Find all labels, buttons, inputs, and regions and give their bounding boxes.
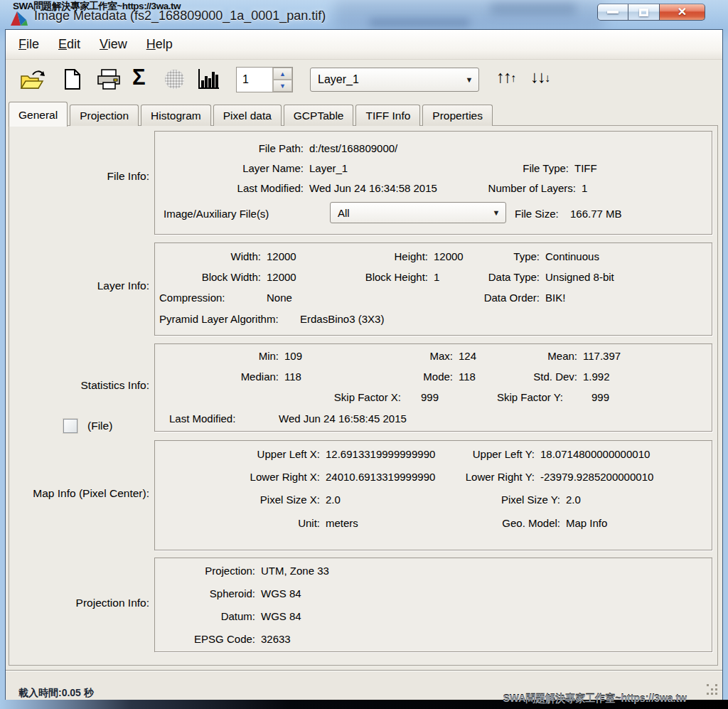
- type-label: Type:: [411, 250, 540, 262]
- unit-value: meters: [326, 517, 358, 529]
- menu-help[interactable]: Help: [146, 37, 173, 52]
- close-icon: ✕: [678, 6, 687, 18]
- min-value: 109: [284, 350, 302, 362]
- pyramid-algorithm-value: ErdasBino3 (3X3): [300, 313, 384, 325]
- tabstrip: General Projection Histogram Pixel data …: [9, 100, 495, 126]
- lower-right-y-label: Lower Right Y:: [425, 471, 535, 483]
- std-dev-value: 1.992: [583, 371, 610, 383]
- minimize-icon: [607, 11, 619, 14]
- spin-down-button[interactable]: ▼: [273, 80, 292, 92]
- tab-tiff-info[interactable]: TIFF Info: [355, 105, 420, 126]
- titlebar[interactable]: Image Metadata (fs2_168809000_1a_0001_pa…: [0, 0, 728, 30]
- new-document-button[interactable]: [64, 68, 81, 90]
- mean-value: 117.397: [583, 350, 621, 362]
- file-statistics-checkbox-label: (File): [87, 420, 112, 432]
- aux-files-combobox[interactable]: All ▼: [330, 202, 506, 223]
- file-path-label: File Path:: [155, 142, 304, 154]
- pixel-size-x-label: Pixel Size X:: [155, 494, 320, 506]
- window-title: Image Metadata (fs2_168809000_1a_0001_pa…: [34, 9, 326, 23]
- geo-model-label: Geo. Model:: [439, 517, 560, 529]
- menu-edit[interactable]: Edit: [58, 37, 80, 52]
- width-value: 12000: [267, 250, 296, 262]
- print-button[interactable]: [97, 69, 122, 90]
- median-label: Median:: [155, 371, 279, 383]
- layer-name-value: Layer_1: [309, 162, 348, 174]
- max-label: Max:: [333, 350, 453, 362]
- tab-projection[interactable]: Projection: [70, 105, 139, 126]
- section-label-statistics-info: Statistics Info:: [9, 379, 149, 392]
- spheroid-label: Spheroid:: [155, 587, 255, 599]
- open-file-icon: [20, 69, 46, 90]
- skip-factor-x-label: Skip Factor X:: [283, 391, 401, 403]
- histogram-button[interactable]: [196, 68, 220, 90]
- geo-model-value: Map Info: [566, 517, 607, 529]
- data-order-label: Data Order:: [411, 292, 540, 304]
- lower-layer-button[interactable]: ↓↓↓: [530, 67, 549, 87]
- menubar: File Edit View Help: [6, 30, 722, 60]
- file-statistics-checkbox[interactable]: [63, 419, 77, 433]
- layer-combobox[interactable]: Layer_1 ▼: [310, 68, 479, 92]
- height-label: Height:: [297, 250, 428, 262]
- stats-last-modified-label: Last Modified:: [169, 412, 235, 425]
- std-dev-label: Std. Dev:: [461, 371, 577, 383]
- file-info-box: File Path: d:/test/168809000/ Layer Name…: [154, 131, 712, 235]
- tab-pixel-data[interactable]: Pixel data: [213, 105, 282, 126]
- lower-right-x-label: Lower Right X:: [155, 471, 320, 483]
- file-path-value: d:/test/168809000/: [309, 142, 397, 154]
- glass-reflection: [370, 18, 469, 27]
- number-of-layers-label: Number of Layers:: [425, 182, 576, 194]
- dropdown-arrow-icon: ▼: [460, 75, 478, 84]
- close-button[interactable]: ✕: [660, 4, 705, 21]
- window-bottom-border: [0, 700, 728, 709]
- pyramid-layers-icon: [165, 70, 184, 89]
- file-size-value: 166.77 MB: [570, 208, 622, 220]
- spin-up-button[interactable]: ▲: [273, 68, 292, 80]
- upper-left-x-value: 12.6913319999999990: [326, 448, 435, 460]
- epsg-code-label: EPSG Code:: [155, 633, 255, 645]
- glass-reflection: [491, 3, 576, 14]
- datum-value: WGS 84: [261, 610, 301, 622]
- app-icon: [10, 9, 28, 28]
- type-value: Continuous: [545, 250, 599, 262]
- block-width-label: Block Width:: [155, 271, 261, 283]
- resize-grip[interactable]: [707, 684, 718, 695]
- spin-down-icon: ▼: [279, 82, 286, 90]
- statusbar: [6, 670, 722, 700]
- lower-layer-icon-small: ↓: [545, 72, 549, 85]
- histogram-icon: [196, 68, 220, 90]
- sigma-statistics-icon: Σ: [132, 66, 146, 88]
- band-spinner-buttons: ▲ ▼: [272, 68, 292, 92]
- band-spinner: ▲ ▼: [236, 67, 293, 92]
- layer-name-label: Layer Name:: [155, 162, 304, 174]
- pyramid-layers-button[interactable]: [165, 70, 184, 89]
- tab-general[interactable]: General: [9, 102, 68, 127]
- lower-right-x-value: 24010.6913319999990: [326, 471, 435, 483]
- open-file-button[interactable]: [20, 69, 46, 90]
- tab-properties[interactable]: Properties: [422, 105, 493, 126]
- stats-last-modified-value: Wed Jun 24 16:58:45 2015: [279, 412, 407, 425]
- raise-layer-button[interactable]: ↑↑↑: [496, 67, 515, 87]
- skip-factor-y-value: 999: [592, 391, 609, 403]
- layer-info-box: Width: 12000 Height: 12000 Type: Continu…: [154, 242, 712, 336]
- file-type-value: TIFF: [574, 162, 597, 174]
- file-size-label: File Size:: [515, 208, 559, 220]
- spin-up-icon: ▲: [279, 70, 286, 78]
- band-spinner-input[interactable]: [237, 68, 272, 92]
- median-value: 118: [284, 371, 301, 383]
- minimize-button[interactable]: [597, 4, 628, 21]
- pixel-size-y-value: 2.0: [566, 494, 581, 506]
- lower-layer-icon: ↓↓: [530, 67, 545, 87]
- number-of-layers-value: 1: [582, 182, 587, 194]
- menu-file[interactable]: File: [18, 37, 39, 52]
- upper-left-y-value: 18.0714800000000010: [540, 448, 650, 460]
- tab-histogram[interactable]: Histogram: [141, 105, 211, 126]
- maximize-button[interactable]: [628, 4, 660, 21]
- raise-layer-icon-small: ↑: [510, 72, 515, 85]
- skip-factor-x-value: 999: [421, 391, 439, 403]
- menu-view[interactable]: View: [100, 37, 127, 52]
- tab-gcptable[interactable]: GCPTable: [284, 105, 354, 126]
- mode-label: Mode:: [333, 371, 453, 383]
- print-icon: [97, 69, 122, 90]
- dropdown-arrow-icon: ▼: [487, 208, 505, 217]
- statistics-button[interactable]: Σ: [132, 66, 146, 88]
